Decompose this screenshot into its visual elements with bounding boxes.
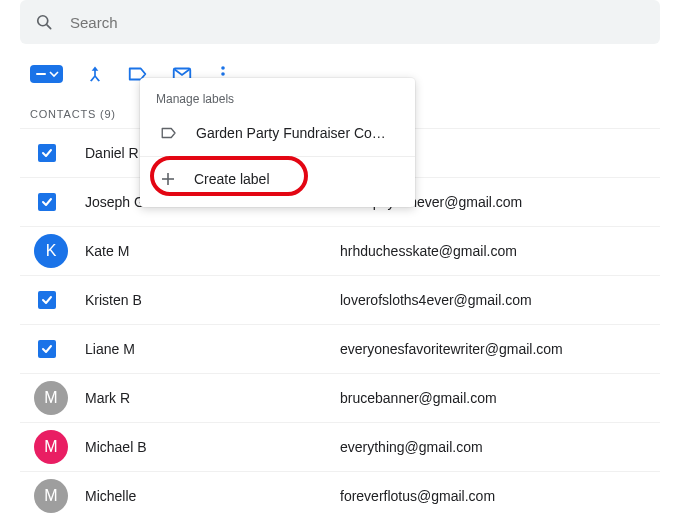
contact-email: brucebanner@gmail.com [340,390,497,406]
menu-item-create-label[interactable]: Create label [140,161,415,197]
avatar[interactable]: M [34,430,68,464]
search-bar [20,0,660,44]
contact-name: Michelle [85,488,340,504]
label-outline-icon [160,124,178,142]
contact-email: hrhduchesskate@gmail.com [340,243,517,259]
contact-row[interactable]: MMichael Beverything@gmail.com [20,422,660,471]
merge-icon[interactable] [85,64,105,84]
row-leading: K [30,234,85,268]
row-leading [30,144,85,162]
svg-point-3 [221,66,225,70]
contact-email: loverofsloths4ever@gmail.com [340,292,532,308]
avatar[interactable]: M [34,381,68,415]
avatar[interactable]: K [34,234,68,268]
row-leading [30,193,85,211]
contact-row[interactable]: Liane Meveryonesfavoritewriter@gmail.com [20,324,660,373]
chevron-down-icon [49,69,59,79]
contact-name: Liane M [85,341,340,357]
contact-name: Kate M [85,243,340,259]
menu-item-existing-label[interactable]: Garden Party Fundraiser Com… [140,114,415,152]
select-all-dropdown[interactable] [30,65,63,83]
contact-name: Michael B [85,439,340,455]
manage-labels-menu: Manage labels Garden Party Fundraiser Co… [140,78,415,207]
svg-line-1 [47,25,51,29]
contact-email: foreverflotus@gmail.com [340,488,495,504]
contact-row[interactable]: MMark Rbrucebanner@gmail.com [20,373,660,422]
contact-email: everyonesfavoritewriter@gmail.com [340,341,563,357]
svg-point-0 [38,16,48,26]
contact-row[interactable]: MMichelleforeverflotus@gmail.com [20,471,660,518]
contact-row[interactable]: Kristen Bloverofsloths4ever@gmail.com [20,275,660,324]
checkbox-checked[interactable] [38,144,56,162]
contacts-count: 9 [104,108,111,120]
svg-point-4 [221,72,225,76]
search-input[interactable] [68,13,646,32]
row-leading: M [30,381,85,415]
indeterminate-icon [35,68,47,80]
checkbox-checked[interactable] [38,340,56,358]
contact-name: Kristen B [85,292,340,308]
menu-title: Manage labels [140,78,415,114]
contact-email: everything@gmail.com [340,439,483,455]
menu-separator [140,156,415,157]
menu-item-label: Garden Party Fundraiser Com… [196,125,386,141]
contact-row[interactable]: KKate Mhrhduchesskate@gmail.com [20,226,660,275]
row-leading [30,340,85,358]
row-leading [30,291,85,309]
menu-item-label: Create label [194,171,270,187]
row-leading: M [30,430,85,464]
contacts-section-header: CONTACTS (9) [30,108,116,120]
avatar[interactable]: M [34,479,68,513]
plus-icon [160,171,176,187]
checkbox-checked[interactable] [38,291,56,309]
row-leading: M [30,479,85,513]
search-icon[interactable] [34,12,54,32]
checkbox-checked[interactable] [38,193,56,211]
contact-name: Mark R [85,390,340,406]
contacts-label: CONTACTS [30,108,96,120]
